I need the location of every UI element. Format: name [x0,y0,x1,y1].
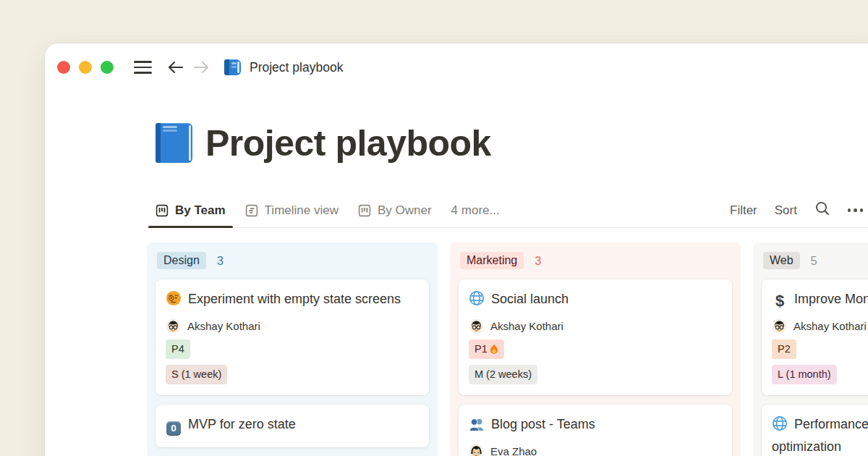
fire-icon [490,344,498,355]
monocle-face-icon [166,290,182,306]
priority-tag: P4 [166,339,190,359]
priority-tag: P2 [772,339,796,359]
tab-by-owner[interactable]: By Owner [349,193,441,227]
column-name-chip[interactable]: Marketing [460,252,524,269]
board-view-icon [156,204,169,217]
tag-row: P4 [166,339,419,359]
tag-row: L (1 month) [772,365,868,384]
size-tag: M (2 weeks) [469,365,537,384]
size-tag: L (1 month) [772,365,837,384]
tab-timeline-view[interactable]: Timeline view [237,193,347,227]
tab-label: By Owner [378,203,432,218]
app-window: Project playbook Project playbook By Tea… [45,43,868,456]
card-owner: Eva Zhao [469,444,722,456]
search-button[interactable] [814,200,830,220]
board-view-icon [358,204,371,217]
zoom-window-button[interactable] [101,61,114,74]
tag-row: P1 [469,339,722,359]
card-list: $Improve Monetization Akshay Kothari P2 … [762,279,868,456]
card-mvp-zero-state[interactable]: 0MVP for zero state [156,405,429,447]
card-owner: Akshay Kothari [772,318,868,334]
arrow-right-icon [192,59,210,75]
view-tabs-bar: By Team Timeline view By Owner 4 more...… [147,193,868,228]
column-web: Web 5 $Improve Monetization Akshay Kotha… [753,242,868,456]
card-title: Blog post - Teams [469,413,722,436]
card-title: Social launch [469,288,722,311]
tag-row: M (2 weeks) [469,365,722,384]
dollar-icon: $ [772,293,788,309]
view-controls: Filter Sort [730,193,863,227]
blue-book-icon[interactable] [156,123,192,163]
avatar [469,444,484,456]
owner-name: Akshay Kothari [490,320,563,332]
search-icon [814,200,830,216]
page-title[interactable]: Project playbook [205,125,491,161]
tag-row: S (1 week) [166,365,419,384]
keycap-zero-icon: 0 [166,421,182,436]
column-header: Web 5 [762,251,868,270]
avatar [469,318,484,334]
card-owner: Akshay Kothari [469,318,722,334]
card-performance-optimization[interactable]: Performance optimization [762,405,868,456]
tab-label: 4 more... [451,203,500,218]
more-options-button[interactable] [848,208,864,212]
card-improve-monetization[interactable]: $Improve Monetization Akshay Kothari P2 … [762,279,868,395]
column-name-chip[interactable]: Web [763,252,800,269]
column-header: Design 3 [156,251,429,270]
card-title: 0MVP for zero state [166,413,419,436]
close-window-button[interactable] [57,61,70,74]
tag-row: P2 [772,339,868,359]
minimize-window-button[interactable] [79,61,92,74]
column-marketing: Marketing 3 Social launch Akshay Kothari… [450,242,741,456]
forward-button[interactable] [192,59,210,75]
busts-icon [469,416,485,432]
timeline-view-icon [245,204,258,217]
card-title: Performance optimization [772,413,868,456]
owner-name: Akshay Kothari [793,320,867,332]
owner-name: Akshay Kothari [187,320,260,332]
card-owner: Akshay Kothari [166,318,419,334]
arrow-left-icon [166,59,184,75]
column-count: 5 [811,254,817,268]
avatar [166,318,181,334]
card-experiment-empty-states[interactable]: Experiment with empty state screens Aksh… [156,279,429,395]
back-button[interactable] [166,59,184,75]
column-header: Marketing 3 [459,251,732,270]
card-list: Social launch Akshay Kothari P1 M (2 wee… [459,279,732,456]
page-header: Project playbook [156,123,868,163]
tab-label: By Team [175,203,226,218]
tab-label: Timeline view [265,203,339,218]
blue-book-icon [224,59,241,75]
card-title: Experiment with empty state screens [166,288,419,311]
priority-tag: P1 [469,339,504,359]
sidebar-menu-button[interactable] [134,61,152,74]
globe-icon [772,415,788,431]
size-tag: S (1 week) [166,365,227,384]
tab-more-views[interactable]: 4 more... [443,193,509,227]
card-title: $Improve Monetization [772,288,868,311]
card-social-launch[interactable]: Social launch Akshay Kothari P1 M (2 wee… [459,279,732,395]
card-list: Experiment with empty state screens Aksh… [156,279,429,447]
tab-by-team[interactable]: By Team [147,193,234,227]
column-count: 3 [535,254,541,268]
filter-button[interactable]: Filter [730,203,757,218]
topbar-page-title: Project playbook [250,60,343,75]
column-name-chip[interactable]: Design [157,252,206,269]
avatar [772,318,787,334]
globe-icon [469,290,485,306]
column-count: 3 [217,254,224,268]
window-topbar: Project playbook [45,43,868,77]
owner-name: Eva Zhao [490,445,537,456]
column-design: Design 3 Experiment with empty state scr… [147,242,438,456]
card-blog-post-teams[interactable]: Blog post - Teams Eva Zhao [459,405,732,456]
kanban-board: Design 3 Experiment with empty state scr… [147,242,868,456]
sort-button[interactable]: Sort [775,203,797,218]
